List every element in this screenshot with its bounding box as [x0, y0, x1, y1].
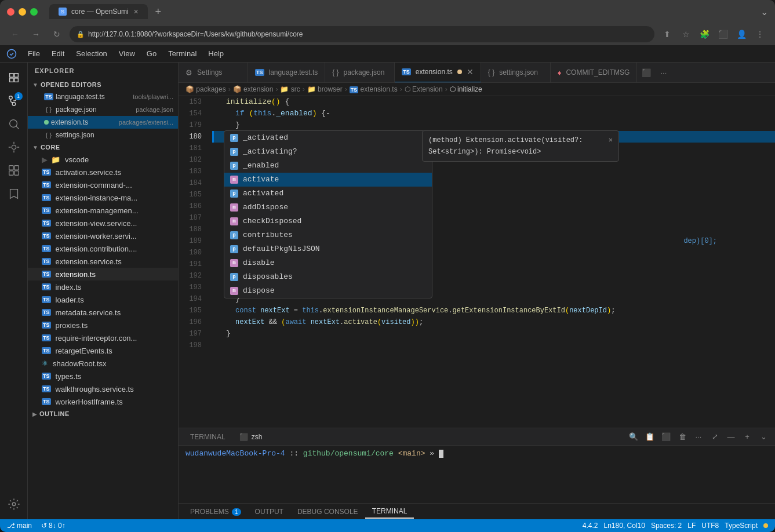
extensions-button[interactable]: 🧩: [696, 26, 712, 42]
breadcrumb-extension-class[interactable]: ⬡ Extension: [405, 85, 443, 93]
tree-item-walkthroughs[interactable]: TS walkthroughs.service.ts: [28, 382, 178, 395]
activity-icon-explorer[interactable]: [3, 67, 24, 88]
tab-settings-json[interactable]: { } settings.json: [481, 63, 551, 83]
breadcrumb-initialize[interactable]: ⬡ initialize: [450, 85, 482, 93]
tree-item-require-interceptor[interactable]: TS require-interceptor.con...: [28, 331, 178, 344]
tree-item-loader[interactable]: TS loader.ts: [28, 293, 178, 306]
activity-icon-extensions[interactable]: [3, 160, 24, 181]
file-item-extension-ts[interactable]: extension.ts packages/extensi...: [28, 116, 178, 129]
tab-extension-ts[interactable]: TS extension.ts ✕: [395, 63, 481, 83]
browser-tab[interactable]: S core — OpenSumi ✕: [49, 4, 148, 19]
menu-edit[interactable]: Edit: [47, 48, 69, 60]
tree-item-metadata[interactable]: TS metadata.service.ts: [28, 306, 178, 319]
breadcrumb-src[interactable]: 📁 src: [280, 85, 300, 93]
terminal-chevron-btn[interactable]: ⌄: [756, 430, 770, 444]
status-encoding[interactable]: LF: [685, 522, 698, 530]
tree-item-ext-service[interactable]: TS extension.service.ts: [28, 255, 178, 268]
tab-output[interactable]: OUTPUT: [248, 505, 290, 518]
tab-terminal[interactable]: TERMINAL: [365, 505, 414, 519]
tree-item-vscode[interactable]: ▶ 📁 vscode: [28, 153, 178, 166]
tree-item-ext-worker[interactable]: TS extension-worker.servi...: [28, 229, 178, 242]
tab-overflow-button[interactable]: ···: [656, 68, 671, 77]
new-tab-button[interactable]: +: [150, 3, 166, 20]
tree-item-types[interactable]: TS types.ts: [28, 370, 178, 382]
tree-item-ext-instance[interactable]: TS extension-instance-ma...: [28, 191, 178, 204]
breadcrumb-extension[interactable]: 📦 extension: [233, 85, 274, 93]
add-terminal-btn[interactable]: +: [740, 430, 754, 444]
tab-close-btn[interactable]: ✕: [467, 67, 474, 76]
file-item-package-json[interactable]: { } package.json package.json: [28, 103, 178, 116]
status-sync[interactable]: ↺ 8↓ 0↑: [39, 522, 68, 530]
file-item-settings-json[interactable]: { } settings.json: [28, 129, 178, 141]
share-button[interactable]: ⬆: [659, 26, 675, 42]
activity-icon-source-control[interactable]: 1: [3, 90, 24, 111]
ac-item-disposables[interactable]: p disposables: [224, 270, 432, 284]
tree-item-ext-contribution[interactable]: TS extension.contribution....: [28, 242, 178, 255]
menu-file[interactable]: File: [23, 48, 45, 60]
terminal-maximize-btn[interactable]: ⤢: [708, 430, 722, 444]
file-item-language-test[interactable]: TS language.test.ts tools/playwri...: [28, 90, 178, 103]
close-button[interactable]: [7, 8, 14, 16]
minimize-button[interactable]: [19, 8, 26, 16]
tree-item-proxies[interactable]: TS proxies.ts: [28, 319, 178, 331]
browser-tab-close[interactable]: ✕: [133, 8, 139, 16]
tab-package-json[interactable]: { } package.json: [325, 63, 395, 83]
maximize-button[interactable]: [30, 8, 38, 16]
reload-button[interactable]: ↻: [49, 26, 65, 42]
activity-icon-debug[interactable]: [3, 137, 24, 158]
tree-item-shadow-root[interactable]: ⚛ shadowRoot.tsx: [28, 357, 178, 370]
tab-debug-console[interactable]: DEBUG CONSOLE: [290, 505, 365, 518]
tree-item-worker-host[interactable]: TS workerHostIframe.ts: [28, 395, 178, 408]
address-bar[interactable]: 🔒 http://127.0.0.1:8080/?workspaceDir=/U…: [70, 26, 654, 42]
tree-item-retarget[interactable]: TS retargetEvents.ts: [28, 344, 178, 357]
menu-view[interactable]: View: [114, 48, 140, 60]
status-version[interactable]: 4.4.2: [580, 522, 601, 530]
section-core[interactable]: ▼ CORE: [28, 141, 178, 153]
menu-terminal[interactable]: Terminal: [163, 48, 201, 60]
dropdown-button[interactable]: ⌄: [761, 6, 768, 17]
ac-item-defaultPkg[interactable]: p defaultPkgNlsJSON: [224, 242, 432, 256]
breadcrumb-browser[interactable]: 📁 browser: [307, 85, 343, 93]
tree-item-ext-cmd[interactable]: TS extension-command-...: [28, 178, 178, 191]
split-view-button[interactable]: ⬛: [715, 26, 731, 42]
ac-item-activated[interactable]: p _activated: [224, 131, 432, 145]
terminal-more-btn[interactable]: ···: [692, 430, 705, 444]
tab-commit-editmsg[interactable]: ♦ COMMIT_EDITMSG: [551, 63, 638, 83]
tab-problems[interactable]: PROBLEMS 1: [183, 505, 248, 518]
profile-button[interactable]: 👤: [733, 26, 749, 42]
status-branch[interactable]: ⎇ main: [5, 522, 34, 530]
ac-item-activating[interactable]: p _activating?: [224, 145, 432, 159]
section-opened-editors[interactable]: ▼ OPENED EDITORS: [28, 79, 178, 90]
menu-selection[interactable]: Selection: [71, 48, 111, 60]
menu-help[interactable]: Help: [203, 48, 228, 60]
more-button[interactable]: ⋮: [752, 26, 768, 42]
breadcrumb-packages[interactable]: 📦 packages: [185, 85, 226, 93]
tree-item-ext-view[interactable]: TS extension-view.service...: [28, 217, 178, 229]
zsh-tab[interactable]: ⬛ zsh: [232, 431, 270, 443]
status-spaces[interactable]: Spaces: 2: [649, 522, 684, 530]
autocomplete-popup[interactable]: p _activated p _activating? p _enabled: [224, 130, 432, 298]
terminal-split-btn[interactable]: ⬛: [659, 430, 673, 444]
activity-icon-search[interactable]: [3, 114, 24, 134]
ac-item-checkDisposed[interactable]: m checkDisposed: [224, 214, 432, 228]
tab-split-button[interactable]: ⬛: [637, 68, 656, 77]
activity-icon-bookmark[interactable]: [3, 183, 24, 204]
tree-item-index[interactable]: TS index.ts: [28, 280, 178, 293]
tab-settings[interactable]: ⚙ Settings: [179, 63, 248, 83]
terminal-copy-btn[interactable]: 📋: [643, 430, 657, 444]
tree-item-extension-ts[interactable]: TS extension.ts: [28, 268, 178, 280]
code-content[interactable]: initialize() { if (this._enabled) {- } t…: [208, 96, 775, 428]
tooltip-close-btn[interactable]: ✕: [609, 134, 613, 146]
status-position[interactable]: Ln180, Col10: [602, 522, 647, 530]
terminal-trash-btn[interactable]: 🗑: [675, 430, 689, 444]
section-outline[interactable]: ▶ OUTLINE: [28, 408, 178, 420]
ac-item-activate[interactable]: m activate: [224, 173, 432, 187]
forward-button[interactable]: →: [28, 26, 44, 42]
status-charset[interactable]: UTF8: [699, 522, 721, 530]
terminal-area[interactable]: wudanwudeMacBook-Pro-4 :: github/opensum…: [179, 446, 775, 461]
menu-go[interactable]: Go: [142, 48, 161, 60]
terminal-search-btn[interactable]: 🔍: [627, 430, 641, 444]
bookmark-button[interactable]: ☆: [678, 26, 694, 42]
ac-item-enabled[interactable]: p _enabled: [224, 159, 432, 173]
terminal-tab-label[interactable]: TERMINAL: [183, 431, 232, 443]
